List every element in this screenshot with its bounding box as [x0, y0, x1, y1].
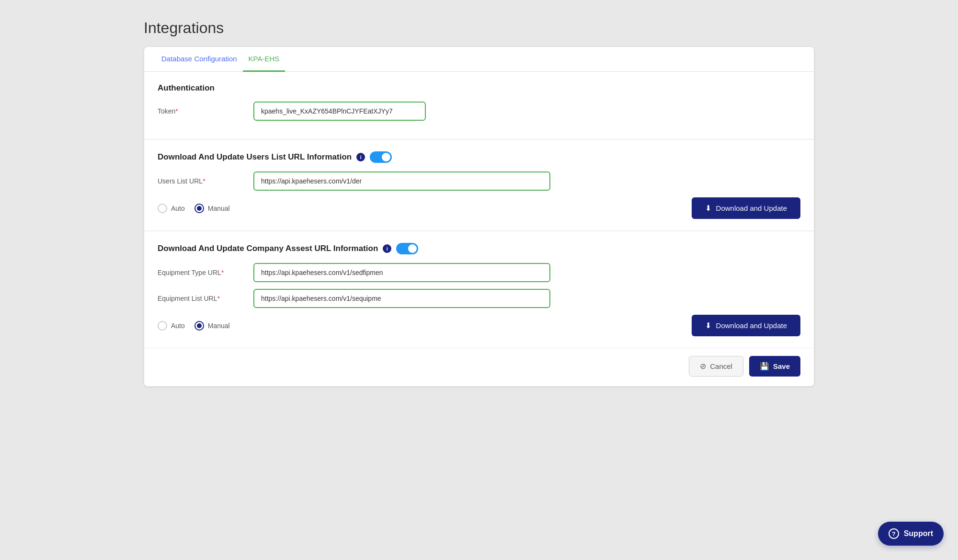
save-icon: 💾: [760, 362, 769, 371]
users-toggle[interactable]: [370, 151, 392, 163]
users-url-row: Users List URL*: [158, 171, 800, 191]
equipment-list-input[interactable]: [253, 289, 550, 308]
users-radio-manual[interactable]: Manual: [194, 204, 230, 213]
assets-download-label: Download and Update: [716, 321, 787, 330]
assets-radio-auto-circle: [158, 321, 167, 331]
users-url-label: Users List URL*: [158, 177, 253, 185]
assets-section: Download And Update Company Assest URL I…: [144, 231, 814, 348]
assets-toggle[interactable]: [396, 243, 418, 254]
support-icon: ?: [889, 528, 899, 539]
authentication-title: Authentication: [158, 83, 800, 93]
assets-download-button[interactable]: ⬇ Download and Update: [692, 315, 800, 336]
cancel-label: Cancel: [710, 362, 732, 370]
assets-action-row: Auto Manual ⬇ Download and Update: [158, 315, 800, 336]
assets-radio-manual-label: Manual: [208, 322, 230, 330]
assets-radio-group: Auto Manual: [158, 321, 230, 331]
users-radio-auto-circle: [158, 204, 167, 213]
support-button[interactable]: ? Support: [878, 522, 944, 546]
tab-database-configuration[interactable]: Database Configuration: [156, 47, 243, 72]
integrations-card: Database Configuration KPA-EHS Authentic…: [144, 46, 814, 387]
assets-section-title: Download And Update Company Assest URL I…: [158, 244, 378, 253]
token-input[interactable]: [253, 102, 426, 121]
assets-info-icon[interactable]: i: [383, 244, 391, 253]
save-label: Save: [773, 362, 790, 370]
equipment-list-row: Equipment List URL*: [158, 289, 800, 308]
assets-radio-auto[interactable]: Auto: [158, 321, 185, 331]
users-section-title: Download And Update Users List URL Infor…: [158, 152, 352, 162]
users-section: Download And Update Users List URL Infor…: [144, 140, 814, 231]
token-label: Token*: [158, 107, 253, 115]
assets-download-icon: ⬇: [705, 321, 711, 330]
support-label: Support: [904, 529, 933, 538]
users-download-button[interactable]: ⬇ Download and Update: [692, 197, 800, 219]
users-download-label: Download and Update: [716, 204, 787, 212]
users-url-input[interactable]: [253, 171, 550, 191]
users-info-icon[interactable]: i: [356, 153, 365, 161]
users-radio-auto[interactable]: Auto: [158, 204, 185, 213]
users-radio-manual-circle: [194, 204, 204, 213]
cancel-button[interactable]: ⊘ Cancel: [689, 356, 743, 377]
token-row: Token*: [158, 102, 800, 121]
page-title: Integrations: [144, 19, 814, 37]
tabs-bar: Database Configuration KPA-EHS: [144, 47, 814, 72]
equipment-type-input[interactable]: [253, 263, 550, 282]
users-download-icon: ⬇: [705, 204, 711, 213]
users-radio-group: Auto Manual: [158, 204, 230, 213]
assets-radio-manual[interactable]: Manual: [194, 321, 230, 331]
authentication-section: Authentication Token*: [144, 72, 814, 139]
users-section-header: Download And Update Users List URL Infor…: [158, 151, 800, 163]
users-action-row: Auto Manual ⬇ Download and Update: [158, 197, 800, 219]
assets-radio-auto-label: Auto: [171, 322, 185, 330]
assets-radio-manual-circle: [194, 321, 204, 331]
cancel-icon: ⊘: [700, 362, 706, 371]
equipment-type-row: Equipment Type URL*: [158, 263, 800, 282]
equipment-type-label: Equipment Type URL*: [158, 269, 253, 276]
footer-actions: ⊘ Cancel 💾 Save: [144, 348, 814, 386]
users-radio-manual-label: Manual: [208, 205, 230, 212]
equipment-list-label: Equipment List URL*: [158, 295, 253, 302]
save-button[interactable]: 💾 Save: [749, 356, 800, 377]
users-radio-auto-label: Auto: [171, 205, 185, 212]
tab-kpa-ehs[interactable]: KPA-EHS: [243, 47, 285, 72]
assets-section-header: Download And Update Company Assest URL I…: [158, 243, 800, 254]
